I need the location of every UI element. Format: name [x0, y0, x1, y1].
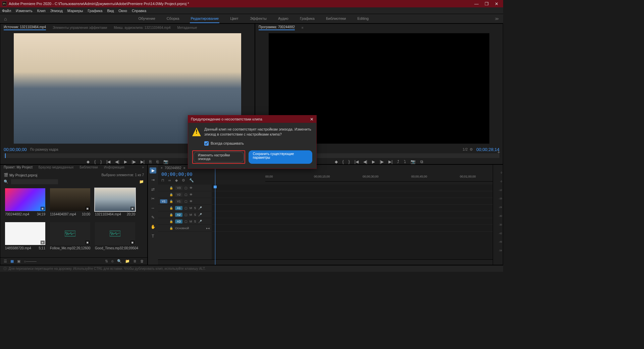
snap-icon[interactable]: ⊓	[161, 178, 164, 183]
solo-icon[interactable]: S	[194, 213, 196, 216]
step-back-icon[interactable]: ◀|	[115, 159, 119, 164]
marker-icon[interactable]: ◆	[335, 159, 338, 164]
eye-icon[interactable]: 👁	[190, 186, 193, 190]
step-fwd-icon[interactable]: |▶	[132, 159, 136, 164]
lock-icon[interactable]: 🔒	[169, 193, 173, 196]
export-frame-icon[interactable]: 📷	[411, 159, 416, 164]
tab-info[interactable]: Информация	[104, 165, 124, 171]
tab-project[interactable]: Проект: My Project	[4, 165, 33, 171]
tab-media-browser[interactable]: Браузер медиаданных	[39, 165, 74, 171]
track-header-a3[interactable]: 🔒A3▢MS🎤	[158, 218, 212, 225]
link-icon[interactable]: ∞	[168, 178, 171, 183]
ws-assembly[interactable]: Сборка	[166, 14, 180, 23]
track-lane[interactable]	[212, 211, 493, 218]
minimize-icon[interactable]: —	[474, 1, 479, 6]
thumbnail[interactable]: ▣	[95, 222, 135, 245]
voice-icon[interactable]: 🎤	[198, 206, 202, 210]
goto-in-icon[interactable]: |◀	[355, 159, 359, 164]
timeline-timecode[interactable]: 00;00;00;00	[158, 171, 212, 178]
home-icon[interactable]: ⌂	[4, 16, 7, 21]
menu-markers[interactable]: Маркеры	[67, 9, 83, 13]
freeform-view-icon[interactable]: ▣	[17, 259, 20, 263]
thumbnail[interactable]: ▣	[5, 222, 45, 245]
track-label[interactable]: V3	[175, 186, 182, 190]
tab-libraries[interactable]: Библиотеки	[80, 165, 98, 171]
solo-icon[interactable]: S	[194, 206, 196, 210]
lock-icon[interactable]: 🔒	[169, 220, 173, 223]
pen-tool-icon[interactable]: ✎	[150, 214, 156, 220]
step-fwd-icon[interactable]: |▶	[380, 159, 384, 164]
program-add-button[interactable]: +	[497, 149, 500, 155]
eye-icon[interactable]: 👁	[190, 193, 193, 196]
slip-tool-icon[interactable]: ↔	[150, 205, 156, 211]
search-input[interactable]	[11, 179, 58, 184]
toggle-output-icon[interactable]: ▢	[184, 213, 187, 216]
track-lane[interactable]	[212, 185, 493, 191]
track-label[interactable]: A3	[175, 219, 182, 223]
tab-metadata[interactable]: Метаданные	[177, 26, 197, 30]
source-patch[interactable]: V1	[160, 199, 167, 203]
lock-icon[interactable]: 🔒	[169, 227, 173, 230]
goto-in-icon[interactable]: |◀	[106, 159, 110, 164]
voice-icon[interactable]: 🎤	[198, 220, 202, 223]
program-menu-icon[interactable]: ≡	[302, 26, 304, 30]
mute-icon[interactable]: M	[190, 220, 192, 223]
new-bin-icon[interactable]: 📁	[125, 259, 130, 263]
toggle-output-icon[interactable]: ▢	[184, 206, 187, 210]
goto-out-icon[interactable]: ▶|	[141, 159, 145, 164]
toggle-output-icon[interactable]: ▢	[184, 186, 187, 190]
ripple-tool-icon[interactable]: ⇄	[150, 186, 156, 192]
tab-program[interactable]: Программа: 700244882	[259, 25, 295, 30]
ws-editing-ru[interactable]: Редактирование	[190, 14, 219, 23]
track-label[interactable]: A2	[175, 213, 182, 217]
program-fraction[interactable]: 1/2	[463, 147, 468, 152]
wrench-icon[interactable]: 🔧	[189, 178, 194, 183]
lock-icon[interactable]: 🔒	[169, 200, 173, 203]
find-icon[interactable]: 🔍	[117, 259, 122, 263]
menu-edit[interactable]: Изменить	[16, 9, 33, 13]
ws-color[interactable]: Цвет	[229, 14, 239, 23]
track-label[interactable]: V2	[175, 193, 182, 197]
track-lane[interactable]	[212, 205, 493, 211]
mute-icon[interactable]: M	[190, 206, 192, 210]
bin-item[interactable]: ▣700244882.mp434;19	[5, 188, 45, 217]
track-header-v1[interactable]: V1🔒V1▢👁	[158, 198, 212, 205]
track-lane[interactable]	[212, 198, 493, 205]
ws-effects[interactable]: Эффекты	[249, 14, 267, 23]
bin-item[interactable]: ▣1164404097.mp410;00	[50, 188, 90, 217]
sort-icon[interactable]: ⇅	[105, 259, 108, 263]
close-sequence-icon[interactable]: ×	[161, 166, 163, 170]
marker-add-icon[interactable]: ◆	[175, 178, 178, 183]
bin-icon[interactable]: 📁	[139, 180, 144, 184]
eye-icon[interactable]: 👁	[190, 200, 193, 203]
master-track[interactable]: 🔒Основной▸◂	[158, 225, 212, 232]
source-timecode-left[interactable]: 00;00;00;00	[4, 147, 27, 152]
goto-out-icon[interactable]: ▶|	[388, 159, 392, 164]
track-header-a2[interactable]: 🔒A2▢MS🎤	[158, 211, 212, 218]
solo-icon[interactable]: S	[194, 220, 196, 223]
trash-icon[interactable]: 🗑	[140, 259, 144, 263]
expand-icon[interactable]: ▸◂	[206, 227, 210, 230]
menu-help[interactable]: Справка	[132, 9, 146, 13]
play-icon[interactable]: ▶	[124, 159, 127, 164]
overwrite-icon[interactable]: ⎗	[156, 159, 159, 164]
icon-view-icon[interactable]: ▦	[10, 259, 14, 263]
compare-icon[interactable]: ⧉	[420, 159, 423, 164]
track-label[interactable]: V1	[175, 199, 182, 203]
workspace-overflow-icon[interactable]: ≫	[495, 16, 499, 21]
timeline-ruler[interactable]: 00;0000;00;15;0000;00;30;0000;00;45;0000…	[265, 174, 493, 182]
sequence-tab[interactable]: 700244882	[165, 166, 181, 170]
toggle-output-icon[interactable]: ▢	[184, 193, 187, 196]
track-lane[interactable]	[212, 191, 493, 198]
always-ask-checkbox[interactable]	[204, 141, 209, 146]
toggle-output-icon[interactable]: ▢	[184, 200, 187, 203]
thumbnail[interactable]: ▣	[95, 188, 135, 211]
hand-tool-icon[interactable]: ✋	[150, 224, 156, 230]
selection-tool-icon[interactable]: ▶	[150, 167, 156, 173]
thumbnail[interactable]: ▣	[5, 188, 45, 211]
tab-source[interactable]: Источник: 1321103464.mp4	[4, 25, 46, 30]
new-item-icon[interactable]: 🗎	[133, 259, 137, 263]
track-header-v2[interactable]: 🔒V2▢👁	[158, 191, 212, 198]
keep-settings-button[interactable]: Сохранить существующие параметры	[249, 150, 312, 164]
ws-libraries[interactable]: Библиотеки	[325, 14, 347, 23]
